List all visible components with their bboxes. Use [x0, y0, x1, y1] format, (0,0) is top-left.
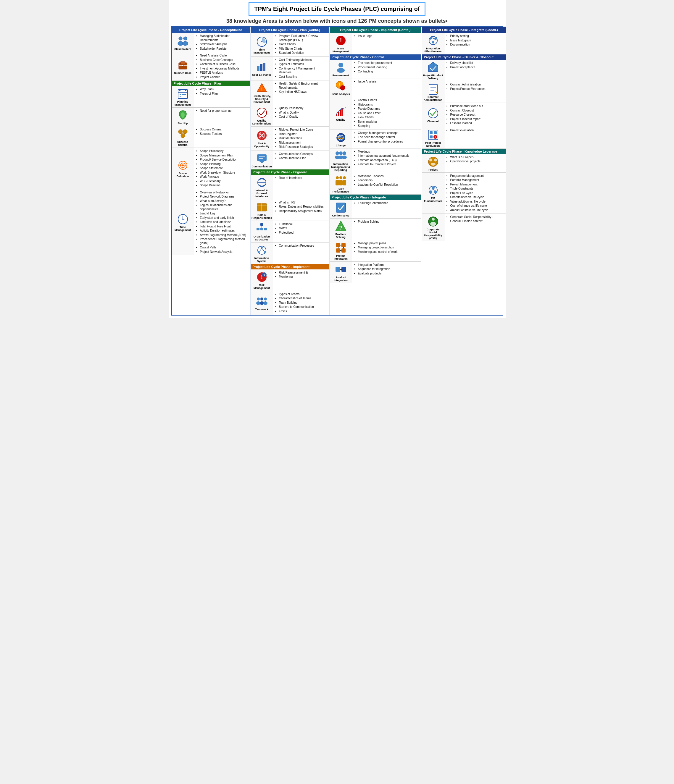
icon-cell: Start Up: [172, 107, 194, 126]
knowledge-section: ConformanceEnsuring Conformance: [330, 200, 421, 219]
svg-rect-49: [256, 228, 259, 230]
knowledge-section: Project/Product DeliveryDelivery checkli…: [422, 60, 506, 81]
svg-rect-104: [342, 249, 346, 252]
main-title: TPM's Eight Project Life Cycle Phases (P…: [248, 2, 425, 16]
svg-point-3: [183, 41, 188, 45]
svg-rect-45: [257, 204, 267, 211]
icon-cell: Time Management: [172, 189, 194, 255]
svg-point-135: [434, 159, 437, 162]
bullet-item: Contingency / Management Reserves: [279, 67, 327, 75]
icon-cell: Project Integration: [330, 240, 352, 261]
bullet-item: Cost of Quality: [279, 115, 327, 119]
bullet-item: Contracting: [358, 70, 419, 74]
svg-rect-32: [260, 64, 262, 71]
bullet-item: Issue Logs: [358, 34, 419, 38]
svg-rect-5: [181, 62, 185, 64]
icon-label: Issue Management: [331, 47, 351, 53]
icon-label: Change: [336, 144, 346, 147]
knowledge-section: TeamworkTypes of TeamsCharacteristics of…: [251, 291, 329, 315]
knowledge-section: Product IntegrationIntegration PlatformS…: [330, 262, 421, 283]
bullet-item: Operations vs. projects: [450, 159, 504, 163]
bullet-cell: What is a Project?Operations vs. project…: [445, 154, 506, 173]
bullet-item: Uncertainties vs. life cycle: [450, 195, 504, 199]
bullet-item: The need for procurement: [358, 61, 419, 65]
bullet-item: Lessons learned: [450, 121, 504, 125]
bullet-item: Histograms: [358, 103, 419, 107]
bullet-cell: Change Management conceptThe need for ch…: [352, 130, 421, 148]
svg-point-0: [179, 37, 182, 40]
svg-rect-14: [184, 94, 186, 95]
bullet-item: Scope Statement: [200, 166, 248, 170]
bullet-cell: Issue Logs: [352, 33, 421, 54]
bullet-item: Barriers to Communication: [279, 305, 327, 309]
svg-point-124: [428, 109, 438, 118]
svg-point-30: [261, 41, 262, 42]
svg-point-87: [339, 151, 343, 155]
svg-rect-15: [179, 96, 181, 97]
icon-cell: Information Management & Reporting: [330, 148, 352, 173]
bullet-cell: Why Plan?Types of Plan: [194, 86, 250, 107]
bullet-item: Matrix: [279, 226, 327, 230]
bullet-item: What is Quality: [279, 110, 327, 115]
icon-label: Team Performance: [331, 187, 351, 193]
svg-rect-97: [343, 180, 346, 185]
icon-label: Contract Administration: [423, 95, 443, 101]
bullet-cell: Communication ConceptsCommunication Plan: [273, 151, 329, 169]
knowledge-section: Organization StructuresFunctionalMatrixP…: [251, 221, 329, 243]
bullet-cell: Risk vs. Project Life CycleRisk Register…: [273, 127, 329, 151]
icon-cell: Scope Definition: [172, 148, 194, 189]
svg-rect-80: [338, 112, 339, 116]
svg-text:Scope: Scope: [334, 135, 342, 137]
knowledge-section: Integration EffectivenessPriority settin…: [422, 33, 506, 54]
svg-marker-40: [259, 161, 265, 163]
column-2: Project Life Cycle Phase - Implement (Co…: [329, 26, 421, 315]
bullet-item: PESTLE Analysis: [200, 71, 248, 75]
icon-label: Problem Solving: [331, 233, 351, 239]
icon-label: Organization Structures: [251, 235, 272, 241]
bullet-cell: Issue Analysis: [352, 78, 421, 97]
svg-rect-95: [335, 180, 339, 185]
svg-point-66: [261, 297, 263, 300]
svg-point-94: [343, 176, 346, 179]
svg-rect-31: [257, 66, 259, 71]
bullet-cell: Scope PhilosophyScope Management PlanPro…: [194, 148, 250, 189]
icon-label: Time Management: [173, 226, 193, 232]
bullet-item: What is a Project?: [450, 155, 504, 159]
knowledge-section: Cost & FinanceCost Estimating MethodsTyp…: [251, 57, 329, 81]
bullet-item: Quality Philosophy: [279, 106, 327, 110]
col-header: Project Life Cycle Phase - Integrate (Co…: [422, 27, 506, 33]
svg-point-29: [182, 219, 183, 220]
svg-rect-102: [342, 243, 346, 247]
knowledge-section: Time ManagementOverview of NetworksProje…: [172, 189, 250, 255]
knowledge-section: Cost Scope ChangeChange Management conce…: [330, 130, 421, 148]
svg-point-93: [339, 176, 342, 179]
bullet-cell: Health, Safety & Environment Requirement…: [273, 81, 329, 105]
svg-point-67: [264, 297, 267, 300]
svg-point-92: [336, 176, 339, 179]
icon-cell: Planning Management: [172, 86, 194, 107]
knowledge-section: Role & ResponsibilitiesWhat is HR?Roles,…: [251, 199, 329, 221]
svg-text:!: !: [339, 83, 340, 87]
bullet-cell: Delivery checklistProject acceptance: [445, 60, 506, 81]
bullet-cell: Ensuring Conformance: [352, 200, 421, 218]
bullet-item: Evaluate products: [358, 272, 419, 275]
icon-cell: ? Problem Solving: [330, 219, 352, 240]
icon-label: Stakeholders: [174, 48, 191, 51]
icon-cell: Team Performance: [330, 173, 352, 194]
bullet-item: Risk Identification: [279, 136, 327, 140]
icon-label: Quality: [336, 118, 345, 121]
icon-cell: PM Fundamentals: [422, 173, 445, 214]
bullet-item: Work Package: [200, 175, 248, 179]
bullet-item: Risk vs. Project Life Cycle: [279, 128, 327, 132]
bullet-item: Cost Estimating Methods: [279, 58, 327, 62]
bullet-cell: Need Analysis CycleBusiness Case Concept…: [194, 52, 250, 81]
bullet-item: Key Indian HSE laws: [279, 90, 327, 94]
subtitle: 38 knowledge Areas is shown below with i…: [171, 18, 503, 24]
icon-label: Project Integration: [331, 254, 351, 260]
svg-point-17: [183, 129, 187, 134]
svg-point-2: [178, 41, 183, 45]
icon-cell: Quality Considerations: [251, 105, 273, 126]
bullet-item: Priority setting: [450, 34, 504, 38]
icon-label: Risk & Opportunity: [251, 142, 272, 148]
bullet-item: Sequence for integration: [358, 267, 419, 271]
